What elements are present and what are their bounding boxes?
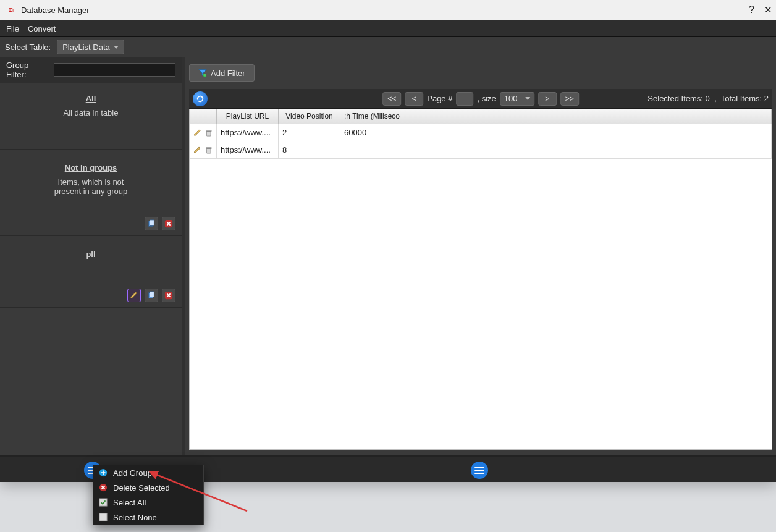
filter-row: Add Filter (185, 57, 776, 89)
annotation-arrow (148, 468, 253, 517)
ctx-select-all-label: Select All (113, 498, 146, 507)
main-split: Group Filter: All All data in table Not … (0, 57, 776, 455)
select-table-row: Select Table: PlayList Data (0, 37, 776, 57)
total-count: 2 (764, 94, 769, 103)
pencil-icon[interactable] (193, 145, 202, 155)
list-icon (474, 467, 484, 474)
select-none-icon (98, 512, 108, 522)
pencil-icon[interactable] (193, 128, 202, 138)
funnel-icon (198, 69, 207, 77)
group-desc: All data in table (6, 108, 175, 117)
help-button[interactable]: ? (749, 4, 754, 15)
menu-bar: File Convert (0, 20, 776, 37)
copy-icon (147, 219, 156, 228)
col-rest (402, 109, 772, 124)
svg-rect-13 (99, 499, 107, 506)
delete-group-button[interactable] (162, 289, 175, 302)
group-filter-row: Group Filter: (0, 57, 182, 83)
chevron-down-icon (525, 97, 530, 100)
group-sidebar: Group Filter: All All data in table Not … (0, 57, 185, 455)
table-row[interactable]: https://www.... 8 (190, 141, 772, 159)
next-page-button[interactable]: > (538, 92, 557, 106)
svg-rect-4 (150, 292, 154, 297)
col-actions (190, 109, 217, 124)
col-position[interactable]: Video Position (279, 109, 340, 124)
selected-count: 0 (706, 94, 710, 103)
group-title: pll (86, 250, 95, 259)
page-size-select[interactable]: 100 (500, 92, 534, 106)
size-label: , size (477, 94, 496, 103)
copy-group-button[interactable] (145, 289, 158, 302)
cell-time (340, 141, 402, 158)
select-table-label: Select Table: (5, 43, 51, 52)
group-title: Not in groups (65, 163, 117, 172)
menu-convert[interactable]: Convert (28, 24, 56, 33)
chevron-down-icon (114, 46, 119, 49)
group-filter-input[interactable] (54, 63, 175, 77)
table-row[interactable]: https://www.... 2 60000 (190, 124, 772, 141)
trash-icon[interactable] (205, 145, 213, 155)
selected-label: Selected Items: (647, 94, 703, 103)
delete-icon (164, 291, 173, 300)
cell-blank (402, 141, 772, 158)
cell-position: 2 (279, 124, 340, 141)
app-icon: ⧉ (6, 5, 16, 15)
data-actions-button[interactable] (471, 462, 488, 479)
copy-icon (147, 291, 156, 300)
pager-toolbar: << < Page # , size 100 > >> Selected I (189, 89, 772, 109)
svg-line-15 (154, 474, 247, 511)
refresh-icon (196, 95, 205, 103)
separator: , (714, 94, 717, 103)
last-page-button[interactable]: >> (560, 92, 579, 106)
add-filter-button[interactable]: Add Filter (189, 64, 255, 82)
pencil-icon (130, 291, 138, 300)
page-label: Page # (427, 94, 452, 103)
data-panel: Add Filter << < Page # , size (185, 57, 776, 455)
select-all-icon (98, 497, 108, 507)
row-actions (190, 141, 217, 158)
close-button[interactable]: ✕ (764, 4, 772, 15)
group-desc: Items, which is not present in any group (6, 177, 175, 196)
svg-rect-9 (206, 148, 211, 153)
prev-page-button[interactable]: < (405, 92, 423, 106)
svg-rect-14 (99, 513, 107, 521)
page-number-input[interactable] (456, 92, 473, 106)
refresh-button[interactable] (193, 91, 208, 106)
cell-position: 8 (279, 141, 340, 158)
add-filter-label: Add Filter (211, 69, 245, 78)
page-size-value: 100 (504, 94, 518, 103)
menu-file[interactable]: File (6, 24, 19, 33)
group-filter-label: Group Filter: (6, 61, 48, 79)
col-time[interactable]: :h Time (Miliseco (340, 109, 402, 124)
delete-group-button[interactable] (162, 217, 175, 230)
group-not-in-groups[interactable]: Not in groups Items, which is not presen… (0, 150, 182, 236)
col-url[interactable]: PlayList URL (217, 109, 279, 124)
delete-icon (164, 219, 173, 228)
svg-rect-8 (206, 130, 211, 131)
copy-group-button[interactable] (145, 217, 158, 230)
plus-icon (98, 468, 108, 478)
window-title: Database Manager (21, 6, 90, 15)
cell-url: https://www.... (217, 141, 279, 158)
select-table-dropdown[interactable]: PlayList Data (57, 40, 124, 54)
title-bar: ⧉ Database Manager ? ✕ (0, 0, 776, 20)
grid-header: PlayList URL Video Position :h Time (Mil… (190, 109, 772, 124)
window: ⧉ Database Manager ? ✕ File Convert Sele… (0, 0, 776, 482)
edit-group-button[interactable] (127, 289, 141, 302)
ctx-add-group-label: Add Group (113, 468, 152, 478)
svg-rect-10 (206, 147, 211, 148)
svg-rect-7 (206, 131, 211, 136)
data-grid[interactable]: PlayList URL Video Position :h Time (Mil… (189, 109, 772, 450)
first-page-button[interactable]: << (382, 92, 401, 106)
trash-icon[interactable] (205, 128, 213, 138)
select-table-value: PlayList Data (62, 43, 110, 52)
group-all[interactable]: All All data in table (0, 83, 182, 150)
row-actions (190, 124, 217, 141)
group-pll[interactable]: pll (0, 236, 182, 308)
delete-icon (98, 483, 108, 492)
group-title: All (86, 94, 96, 103)
svg-rect-1 (150, 220, 154, 226)
cell-url: https://www.... (217, 124, 279, 141)
cell-blank (402, 124, 772, 141)
total-label: Total Items: (721, 94, 762, 103)
